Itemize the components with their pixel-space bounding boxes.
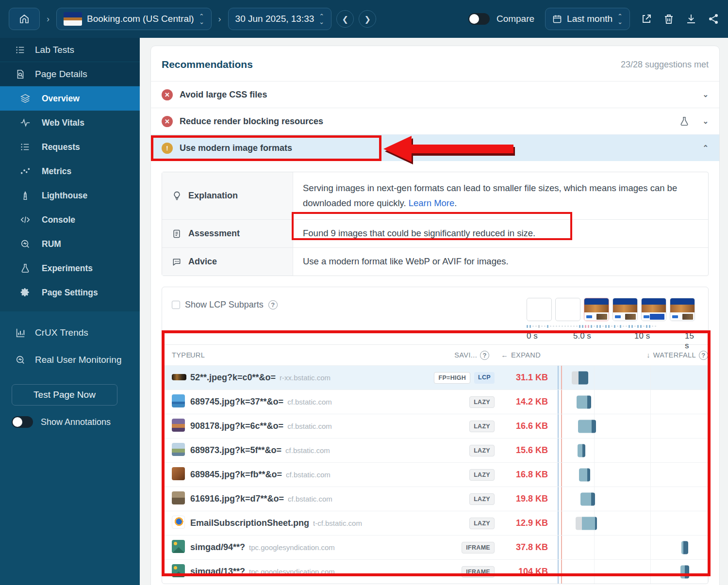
recommendation-row-reduce-render-blocking-resources[interactable]: ✕Reduce render blocking resources⌄	[151, 108, 719, 134]
chevron-down-icon[interactable]: ⌄	[702, 117, 709, 126]
filmstrip-frame-3[interactable]	[584, 298, 609, 321]
request-url[interactable]: simgad/94**?	[190, 542, 245, 552]
chevron-up-icon[interactable]: ⌃	[702, 144, 709, 152]
request-domain: cf.bstatic.com	[285, 446, 330, 455]
test-page-now-button[interactable]: Test Page Now	[12, 384, 117, 406]
assessment-label: Assessment	[188, 228, 240, 239]
filmstrip-frame-2[interactable]	[555, 298, 580, 321]
expand-control[interactable]: ← EXPAND	[501, 351, 569, 359]
waterfall-cell[interactable]	[557, 511, 708, 535]
image-request-row[interactable]: 908178.jpg?k=6c**&o=cf.bstatic.comLAZY16…	[162, 414, 708, 438]
sidebar-item-real-user-monitoring[interactable]: Real User Monitoring	[0, 346, 140, 374]
request-url[interactable]: 908178.jpg?k=6c**&o=	[190, 421, 283, 431]
sidebar-item-metrics[interactable]: Metrics	[0, 159, 140, 183]
waterfall-bar	[580, 492, 595, 505]
sidebar-item-crux-trends[interactable]: CrUX Trends	[0, 319, 140, 346]
learn-more-link[interactable]: Learn More	[409, 198, 455, 208]
recommendation-row-avoid-large-css-files[interactable]: ✕Avoid large CSS files⌄	[151, 81, 719, 108]
waterfall-cell[interactable]	[557, 536, 708, 559]
show-annotations-toggle[interactable]	[12, 416, 33, 428]
chevron-down-icon[interactable]: ⌄	[702, 90, 709, 99]
prev-test-button[interactable]: ❮	[336, 10, 354, 28]
sidebar-item-requests[interactable]: Requests	[0, 135, 140, 159]
experiment-flask-icon[interactable]	[679, 116, 690, 127]
sidebar-item-label: Experiments	[40, 263, 93, 274]
compare-label: Compare	[496, 14, 534, 24]
image-request-row[interactable]: 689845.jpg?k=fb**&o=cf.bstatic.comLAZY16…	[162, 462, 708, 487]
image-request-row[interactable]: 52**.jpeg?k=c0**&o=r-xx.bstatic.comFP=HI…	[162, 365, 708, 390]
savings-value: 37.8 KB	[516, 542, 548, 552]
sidebar-item-lighthouse[interactable]: Lighthouse	[0, 183, 140, 208]
sidebar-item-rum[interactable]: RUM	[0, 232, 140, 256]
waterfall-bar	[578, 420, 596, 433]
waterfall-header[interactable]: ↓ WATERFALL ?	[646, 351, 708, 360]
filmstrip-time-label: 5.0 s	[573, 331, 591, 341]
col-header-url[interactable]: URL	[190, 351, 436, 359]
request-url[interactable]: 689873.jpg?k=5f**&o=	[190, 445, 281, 455]
next-test-button[interactable]: ❯	[359, 10, 376, 28]
request-url[interactable]: 616916.jpg?k=d7**&o=	[190, 494, 284, 504]
sidebar-header-page-details[interactable]: Page Details	[0, 62, 140, 86]
image-request-row[interactable]: EmailSubscriptionSheet.pngt-cf.bstatic.c…	[162, 511, 708, 535]
iframe-badge: IFRAME	[462, 566, 495, 578]
savings-help-icon[interactable]: ?	[480, 351, 489, 360]
waterfall-cell[interactable]	[557, 439, 708, 462]
compare-toggle[interactable]	[468, 13, 490, 25]
image-thumbnail	[172, 374, 186, 380]
waterfall-cell[interactable]	[557, 463, 708, 487]
share-icon[interactable]	[708, 13, 719, 25]
filmstrip-ticks	[527, 325, 697, 327]
sidebar-item-page-settings[interactable]: Page Settings	[0, 280, 140, 305]
request-url[interactable]: EmailSubscriptionSheet.png	[190, 518, 309, 528]
waterfall-bar	[576, 517, 597, 530]
filmstrip-frame-6[interactable]	[670, 298, 695, 321]
checkbox-icon[interactable]	[172, 301, 180, 309]
download-icon[interactable]	[685, 13, 697, 25]
recommendation-row-use-modern-image-formats[interactable]: !Use modern image formats⌃	[151, 134, 719, 161]
sidebar-item-overview[interactable]: Overview	[0, 86, 140, 111]
period-selector[interactable]: Last month ⌃⌃	[545, 8, 630, 30]
site-selector[interactable]: Booking.com (US Central) ⌃⌃	[56, 8, 212, 30]
open-external-icon[interactable]	[641, 13, 652, 25]
arrow-down-icon: ↓	[646, 351, 650, 359]
scatter-icon	[19, 166, 31, 177]
show-lcp-subparts-checkbox[interactable]: Show LCP Subparts ?	[172, 300, 278, 310]
sidebar-item-label: Metrics	[40, 166, 71, 177]
sidebar-header-lab-tests[interactable]: Lab Tests	[0, 38, 140, 62]
col-header-type[interactable]: TYPE	[162, 351, 190, 359]
waterfall-cell[interactable]	[557, 390, 708, 414]
image-request-row[interactable]: 689745.jpg?k=37**&o=cf.bstatic.comLAZY14…	[162, 390, 708, 414]
waterfall-cell[interactable]	[557, 366, 708, 390]
filmstrip-frame-4[interactable]	[612, 298, 638, 321]
delete-icon[interactable]	[663, 13, 675, 25]
filmstrip-frame-5[interactable]	[641, 298, 666, 321]
suggestions-met-count: 23/28 suggestions met	[621, 60, 709, 70]
image-thumbnail	[172, 419, 185, 432]
savings-value: 31.1 KB	[516, 373, 548, 382]
image-request-row[interactable]: 689873.jpg?k=5f**&o=cf.bstatic.comLAZY15…	[162, 438, 708, 462]
waterfall-cell[interactable]	[557, 487, 708, 511]
savings-value: 104 KB	[518, 567, 548, 576]
image-requests-table: TYPE URL SAVI... ? ← EXPAND ↓ WATERFALL	[162, 344, 708, 584]
sidebar-item-label: Web Vitals	[40, 118, 84, 128]
col-header-savings[interactable]: SAVI...	[454, 351, 477, 359]
home-button[interactable]	[9, 8, 40, 30]
waterfall-help-icon[interactable]: ?	[699, 351, 708, 360]
request-url[interactable]: 689745.jpg?k=37**&o=	[190, 397, 283, 407]
waterfall-cell[interactable]	[557, 414, 708, 438]
date-selector[interactable]: 30 Jun 2025, 13:33 ⌃⌃	[228, 8, 332, 30]
sidebar-item-web-vitals[interactable]: Web Vitals	[0, 111, 140, 135]
filmstrip-frame-1[interactable]	[527, 298, 552, 321]
sidebar-item-console[interactable]: Console	[0, 208, 140, 232]
barchart-icon	[15, 327, 26, 338]
image-request-row[interactable]: 616916.jpg?k=d7**&o=cf.bstatic.comLAZY19…	[162, 487, 708, 511]
waterfall-cell[interactable]	[557, 560, 708, 584]
image-request-row[interactable]: simgad/13**?tpc.googlesyndication.comIFR…	[162, 559, 708, 584]
request-url[interactable]: 52**.jpeg?k=c0**&o=	[190, 373, 276, 383]
warning-icon: !	[162, 143, 173, 154]
request-url[interactable]: simgad/13**?	[190, 567, 245, 577]
sidebar-item-experiments[interactable]: Experiments	[0, 256, 140, 280]
image-request-row[interactable]: simgad/94**?tpc.googlesyndication.comIFR…	[162, 535, 708, 559]
help-icon[interactable]: ?	[268, 300, 278, 309]
request-url[interactable]: 689845.jpg?k=fb**&o=	[190, 470, 282, 480]
